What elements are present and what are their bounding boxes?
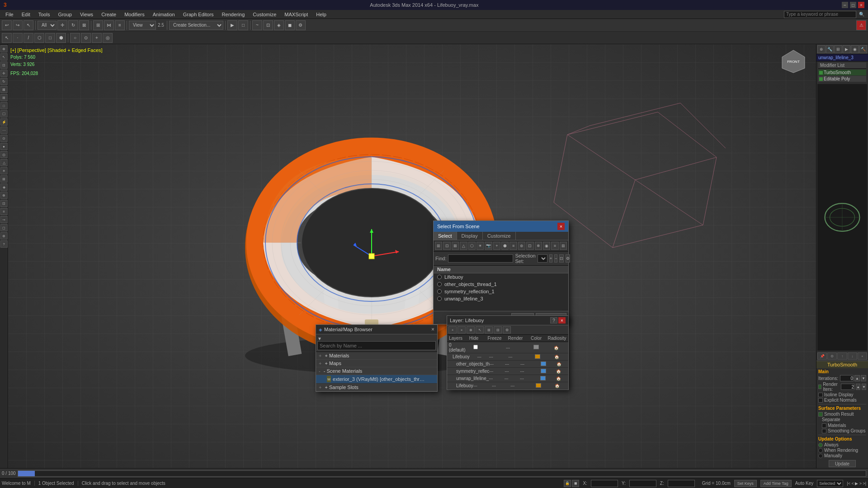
sidebar-item-10[interactable]: ⚡ [0, 118, 8, 126]
rp-remove-btn[interactable]: × [858, 352, 867, 360]
lp-layer-unwrap-color[interactable] [535, 376, 551, 381]
menu-animation[interactable]: Animation [149, 11, 179, 18]
rp-iterations-input[interactable] [840, 375, 854, 381]
menu-rendering[interactable]: Rendering [218, 11, 249, 18]
rp-smooth-result-cb[interactable] [818, 412, 823, 417]
sidebar-item-2[interactable]: ↖ [0, 53, 8, 61]
menu-customize[interactable]: Customize [249, 11, 280, 18]
sfs-item-thread[interactable]: other_objects_thread_1 [434, 281, 568, 288]
rp-always-radio[interactable] [818, 443, 823, 447]
menu-create[interactable]: Create [98, 11, 120, 18]
lp-layer-default-color[interactable] [526, 345, 547, 350]
lp-layer-default-hide-cb[interactable] [466, 345, 486, 350]
tb2-grow[interactable]: + [92, 33, 102, 43]
sidebar-item-23[interactable]: ◻ [0, 224, 8, 231]
sidebar-item-13[interactable]: ● [0, 143, 8, 150]
lp-layer-objects[interactable]: other_objects_th --- --- --- 🏠 [447, 361, 568, 368]
rp-modifier-editable-poly[interactable]: Editable Poly [818, 76, 866, 82]
rp-render-iters-input[interactable] [841, 384, 854, 390]
sfs-tb-hier[interactable]: ⊞ [560, 242, 567, 250]
tb2-select2[interactable]: ⊙ [81, 33, 91, 43]
sidebar-item-17[interactable]: ⊞ [0, 175, 8, 183]
tb2-poly[interactable]: □ [45, 33, 55, 43]
sidebar-item-3[interactable]: ⊡ [0, 61, 8, 69]
menu-tools[interactable]: Tools [35, 11, 54, 18]
rp-isoline-cb[interactable] [818, 393, 823, 397]
sidebar-item-18[interactable]: ◈ [0, 183, 8, 191]
sidebar-item-16[interactable]: ☀ [0, 167, 8, 174]
rp-pin-btn[interactable]: 📌 [817, 352, 827, 360]
mb-close-btn[interactable]: × [431, 326, 434, 333]
rendersettings-btn[interactable]: ⚙ [296, 20, 306, 30]
rp-create-btn[interactable]: ⊕ [817, 45, 826, 53]
tb2-element[interactable]: ⬢ [56, 33, 66, 43]
rp-hierarchy-btn[interactable]: ⊞ [834, 45, 842, 53]
rp-motion-btn[interactable]: ▶ [843, 45, 851, 53]
sidebar-item-20[interactable]: ⊡ [0, 200, 8, 207]
sidebar-item-8[interactable]: □ [0, 102, 8, 109]
sidebar-item-7[interactable]: ⊞ [0, 94, 8, 101]
rp-down-btn[interactable]: ↓ [848, 352, 857, 360]
lp-layer-lb2-color[interactable] [529, 383, 548, 389]
rp-render-iters-cb[interactable] [818, 385, 821, 389]
lp-layer-lifebuoy-color[interactable] [528, 354, 547, 360]
menu-file[interactable]: File [2, 11, 17, 18]
render-btn[interactable]: □ [238, 20, 248, 30]
sfs-close-btn[interactable]: × [557, 223, 565, 230]
sfs-tb-none[interactable]: ⊡ [443, 242, 450, 250]
sidebar-item-19[interactable]: ⊕ [0, 192, 8, 199]
set-key-btn[interactable]: Set Keys [734, 480, 757, 487]
lp-layer-lifebuoy[interactable]: Lifebuoy --- --- --- 🏠 [447, 353, 568, 361]
sfs-selection-set-dropdown[interactable] [538, 254, 547, 263]
lp-layer-symmetry[interactable]: symmetry_reflec --- --- --- 🏠 [447, 368, 568, 375]
sidebar-item-9[interactable]: ☐ [0, 110, 8, 117]
mb-section-materials[interactable]: + + Materials [316, 352, 437, 360]
sidebar-item-6[interactable]: ⊠ [0, 86, 8, 93]
close-btn[interactable]: × [858, 2, 864, 8]
select-btn[interactable]: ↖ [24, 20, 33, 30]
rp-iterations-up[interactable]: ▲ [854, 375, 860, 381]
tb2-obj[interactable]: ○ [70, 33, 80, 43]
mb-section-sample-slots[interactable]: + + Sample Slots [316, 384, 437, 391]
sfs-find-input[interactable] [448, 254, 513, 263]
snap-btn[interactable]: ⊞ [93, 20, 103, 30]
rp-ri-down[interactable]: ▼ [862, 384, 866, 390]
sfs-tb-systems[interactable]: ⊛ [518, 242, 525, 250]
time-slider[interactable] [18, 470, 866, 477]
tb2-loop[interactable]: ◎ [103, 33, 113, 43]
sidebar-item-11[interactable]: ⋯ [0, 127, 8, 134]
sidebar-item-24[interactable]: ⊛ [0, 232, 8, 239]
scale-btn[interactable]: ⊠ [79, 20, 89, 30]
coord-z-input[interactable] [668, 480, 695, 487]
schematic-btn[interactable]: ⊡ [263, 20, 273, 30]
lp-add-obj-btn[interactable]: ⊕ [467, 326, 475, 333]
sfs-tab-select[interactable]: Select [434, 232, 457, 240]
tb2-border[interactable]: ⬡ [34, 33, 44, 43]
lp-layer-sym-color[interactable] [536, 369, 551, 374]
lp-layer-unwrap[interactable]: unwrap_lifeline_ --- --- --- 🏠 [447, 375, 568, 382]
filter-dropdown[interactable]: All [38, 21, 57, 30]
view-dropdown[interactable]: View [129, 21, 156, 30]
lp-layer-obj-color[interactable] [536, 361, 551, 367]
curve-btn[interactable]: ~ [252, 20, 262, 30]
sfs-sub-btn[interactable]: − [554, 254, 557, 263]
render2-btn[interactable]: ◼ [285, 20, 295, 30]
sidebar-item-21[interactable]: ≡ [0, 208, 8, 215]
sidebar-item-4[interactable]: ✛ [0, 70, 8, 77]
sfs-tb-bones[interactable]: ≡ [509, 242, 517, 250]
sfs-item-lifebuoy[interactable]: Lifebuoy [434, 273, 568, 281]
sidebar-item-1[interactable]: ⊕ [0, 45, 8, 52]
sfs-cfg-btn[interactable]: ⚙ [566, 254, 570, 263]
material-btn[interactable]: ◈ [274, 20, 284, 30]
sfs-tab-customize[interactable]: Customize [483, 232, 516, 240]
sfs-tb-select-all[interactable]: ⊞ [435, 242, 442, 250]
sfs-tb-groups[interactable]: ⊡ [526, 242, 533, 250]
mirror-btn[interactable]: ⋈ [104, 20, 114, 30]
coord-x-input[interactable] [591, 480, 618, 487]
tb2-select[interactable]: ↖ [2, 33, 12, 43]
add-time-tag-btn[interactable]: Add Time Tag [760, 480, 792, 487]
sfs-set-btn[interactable]: + [549, 254, 552, 263]
mb-section-scene-materials[interactable]: - - Scene Materials [316, 367, 437, 375]
minimize-btn[interactable]: − [842, 2, 848, 8]
sfs-tb-list[interactable]: ≡ [551, 242, 558, 250]
